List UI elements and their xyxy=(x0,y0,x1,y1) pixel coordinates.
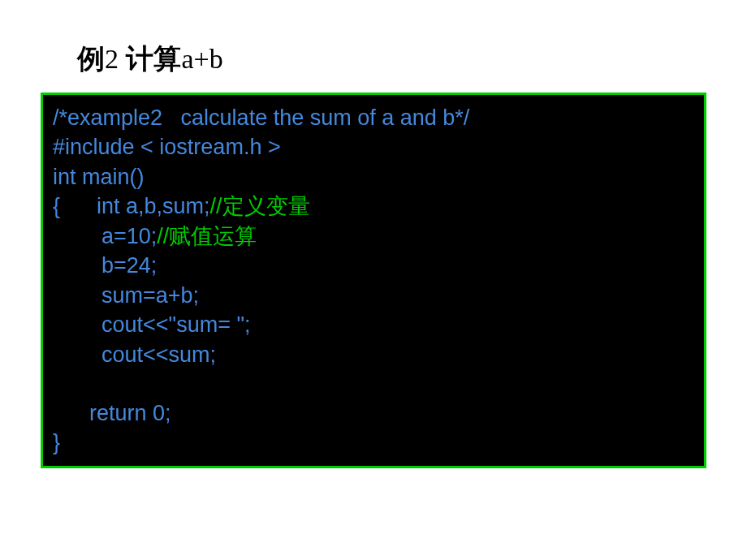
code-line-decl: { int a,b,sum;//定义变量 xyxy=(53,192,694,221)
slide-title: 例2 计算a+b xyxy=(77,41,706,78)
title-expr: a+b xyxy=(181,44,222,74)
title-text: 计算 xyxy=(119,43,181,74)
code-assign-a-code: a=10; xyxy=(53,224,157,248)
title-prefix: 例 xyxy=(77,43,105,74)
code-line-return: return 0; xyxy=(53,398,694,428)
code-line-comment: /*example2 calculate the sum of a and b*… xyxy=(53,103,694,132)
code-line-main: int main() xyxy=(53,162,694,192)
code-line-sum: sum=a+b; xyxy=(53,281,694,310)
code-blank-line xyxy=(53,369,694,398)
slide: 例2 计算a+b /*example2 calculate the sum of… xyxy=(0,0,747,560)
code-assign-a-comment: //赋值运算 xyxy=(157,224,257,248)
code-line-include: #include < iostream.h > xyxy=(53,132,694,162)
code-line-close: } xyxy=(53,428,694,457)
code-line-assign-a: a=10;//赋值运算 xyxy=(53,222,694,251)
code-line-cout1: cout<<"sum= "; xyxy=(53,310,694,339)
code-decl-code: { int a,b,sum; xyxy=(53,194,210,218)
code-line-cout2: cout<<sum; xyxy=(53,340,694,369)
code-block: /*example2 calculate the sum of a and b*… xyxy=(41,93,706,468)
title-number: 2 xyxy=(105,44,119,74)
code-decl-comment: //定义变量 xyxy=(210,194,310,218)
code-line-assign-b: b=24; xyxy=(53,251,694,280)
